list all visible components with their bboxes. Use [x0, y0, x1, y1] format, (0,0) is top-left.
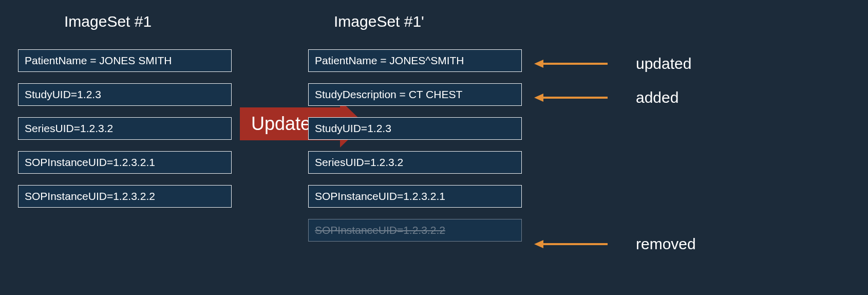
- attr-text: PatientName = JONES^SMITH: [315, 54, 464, 67]
- imageset-right-column: PatientName = JONES^SMITH StudyDescripti…: [308, 49, 522, 242]
- attr-text: StudyUID=1.2.3: [315, 122, 391, 135]
- attr-text: StudyUID=1.2.3: [25, 88, 101, 101]
- annotation-added: added: [534, 89, 678, 106]
- attr-text: SOPInstanceUID=1.2.3.2.1: [315, 190, 445, 202]
- attr-text: StudyDescription = CT CHEST: [315, 88, 462, 101]
- attr-card: SeriesUID=1.2.3.2: [18, 117, 232, 140]
- attr-text: SeriesUID=1.2.3.2: [315, 156, 403, 169]
- attr-card: SeriesUID=1.2.3.2: [308, 151, 522, 174]
- attr-card: PatientName = JONES SMITH: [18, 49, 232, 72]
- annotation-label: removed: [636, 235, 696, 253]
- attr-card-updated: PatientName = JONES^SMITH: [308, 49, 522, 72]
- attr-text: PatientName = JONES SMITH: [25, 54, 172, 67]
- attr-text: SOPInstanceUID=1.2.3.2.2: [25, 190, 155, 202]
- annotation-label: updated: [636, 55, 691, 72]
- annotation-removed: removed: [534, 235, 696, 253]
- attr-card: StudyUID=1.2.3: [308, 117, 522, 140]
- update-arrow-label: Update: [251, 113, 311, 135]
- diagram-stage: ImageSet #1 ImageSet #1' PatientName = J…: [0, 0, 868, 295]
- imageset-right-title: ImageSet #1': [334, 13, 424, 30]
- attr-text: SeriesUID=1.2.3.2: [25, 122, 113, 135]
- imageset-left-title: ImageSet #1: [64, 13, 152, 30]
- arrow-left-icon: [534, 60, 608, 68]
- attr-text: SOPInstanceUID=1.2.3.2.1: [25, 156, 155, 169]
- attr-card: SOPInstanceUID=1.2.3.2.1: [308, 185, 522, 208]
- attr-card: StudyUID=1.2.3: [18, 83, 232, 106]
- annotation-updated: updated: [534, 55, 691, 72]
- attr-card-added: StudyDescription = CT CHEST: [308, 83, 522, 106]
- attr-card-removed: SOPInstanceUID=1.2.3.2.2: [308, 219, 522, 242]
- annotation-label: added: [636, 89, 678, 106]
- attr-card: SOPInstanceUID=1.2.3.2.1: [18, 151, 232, 174]
- attr-text: SOPInstanceUID=1.2.3.2.2: [315, 224, 445, 236]
- arrow-left-icon: [534, 240, 608, 248]
- arrow-left-icon: [534, 94, 608, 102]
- attr-card: SOPInstanceUID=1.2.3.2.2: [18, 185, 232, 208]
- imageset-left-column: PatientName = JONES SMITH StudyUID=1.2.3…: [18, 49, 232, 208]
